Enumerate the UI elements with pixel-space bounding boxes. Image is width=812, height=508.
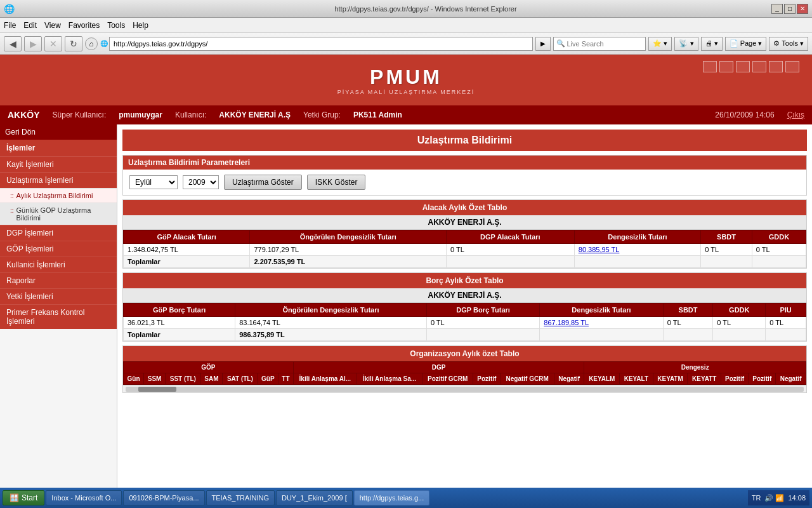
user-label: Kullanıcı: [175,110,206,119]
org-col-den-poz2: Pozitif [749,373,776,385]
sidebar-item-gop[interactable]: GÖP İşlemleri [0,241,117,257]
go-button[interactable]: ▶ [535,37,551,51]
org-col-keyalt: KEYALT [620,373,653,385]
menu-edit[interactable]: Edit [23,21,37,30]
menu-view[interactable]: View [44,21,61,30]
auth-value: PK511 Admin [353,110,402,119]
alacak-header: Alacak Aylık Özet Tablo [123,200,806,215]
params-header: Uzlaştırma Bildirimi Parametreleri [123,156,806,170]
borc-sbdt-val: 0 TL [663,317,713,329]
borc-total-label: Toplamlar [124,329,235,341]
table-row: 36.021,3 TL 83.164,74 TL 0 TL 867.189,85… [124,317,806,329]
feeds-btn[interactable]: 📡 ▾ [674,37,698,51]
print-btn[interactable]: 🖨 ▾ [701,37,723,51]
browser-toolbar: ◀ ▶ ✕ ↻ ⌂ 🌐 ▶ 🔍 ⭐ ▾ 📡 ▾ 🖨 ▾ 📄 Page ▾ ⚙ T… [0,33,812,55]
params-body: OcakŞubatMartNisan MayısHaziranTemmuzAğu… [123,170,806,195]
home-button[interactable]: ⌂ [85,37,98,50]
refresh-button[interactable]: ↻ [65,36,82,51]
window-title: http://dgpys.teias.gov.tr/dgpys/ - Windo… [80,5,771,13]
start-button[interactable]: 🪟 Start [3,490,44,493]
borc-dengesizlik-val[interactable]: 867.189,85 TL [540,317,663,329]
page-btn[interactable]: 📄 Page ▾ [725,37,767,51]
taskbar-item-2[interactable]: TEIAS_TRAINING [206,490,275,493]
auth-label: Yetki Grup: [303,110,341,119]
alacak-col-ongorulen: Öngörülen Dengesizlik Tutarı [250,231,447,244]
favorites-btn[interactable]: ⭐ ▾ [648,37,672,51]
org-col-negatif: Negatif [554,373,584,385]
month-select[interactable]: OcakŞubatMartNisan MayısHaziranTemmuzAğu… [129,175,178,189]
alacak-section: Alacak Aylık Özet Tablo AKKÖY ENERJİ A.Ş… [122,199,807,269]
taskbar: 🪟 Start Inbox - Microsoft O... 091026-BP… [0,488,812,493]
org-col-ikili-al: İkili Anlaşma Al... [293,373,357,385]
exit-link[interactable]: Çıkış [787,110,804,119]
sidebar-item-kullanici[interactable]: Kullanici İşlemleri [0,257,117,272]
station-label: AKKÖY [8,110,40,120]
user-bar: AKKÖY Süper Kullanıcı: pmumuygar Kullanı… [0,105,812,124]
menu-file[interactable]: File [4,21,16,30]
alacak-dengesizlik-val[interactable]: 80.385,95 TL [574,244,700,256]
sidebar-sub-aylik[interactable]: :: Aylık Uzlaştırma Bildirimi [0,188,117,203]
alacak-dgp-val: 0 TL [446,244,574,256]
maximize-button[interactable]: □ [784,4,796,14]
alacak-col-gddk: GDDK [752,231,806,244]
borc-dgp-val: 0 TL [426,317,539,329]
borc-total-row: Toplamlar 986.375,89 TL [124,329,806,341]
org-dengesizlik-group: Dengesiz [584,362,806,373]
header-decoration [703,61,799,72]
sidebar-item-yetki[interactable]: Yetki İşlemleri [0,288,117,304]
title-bar: 🌐 http://dgpys.teias.gov.tr/dgpys/ - Win… [0,0,812,18]
window-controls: _ □ ✕ [771,4,808,14]
org-col-sat: SAT (TL) [223,373,258,385]
close-button[interactable]: ✕ [797,4,808,14]
taskbar-item-3[interactable]: DUY_1_Ekim_2009 [ [276,490,353,493]
page-content: PMUM PİYASA MALİ UZLAŞTIRMA MERKEZİ AKKÖ… [0,55,812,493]
minimize-button[interactable]: _ [771,4,783,14]
menu-tools[interactable]: Tools [107,21,125,30]
org-header: Organizasyon Aylık özet Tablo [123,346,806,361]
org-table: GÖP DGP Dengesiz Gün SSM SST (TL) SAM SA… [123,361,806,385]
stop-button[interactable]: ✕ [44,36,62,51]
uzlastirma-goster-button[interactable]: Uzlaştırma Göster [224,175,302,190]
alacak-col-dengesizlik: Dengesizlik Tutarı [574,231,700,244]
super-user-value: pmumuygar [119,110,162,119]
alacak-total-label: Toplamlar [124,256,250,268]
sidebar-sub-gunluk[interactable]: :: Günlük GÖP Uzlaştırma Bildirimi [0,203,117,225]
sidebar-item-dgp[interactable]: DGP İşlemleri [0,225,117,241]
org-col-ikili-sa: İkili Anlaşma Sa... [357,373,422,385]
tools-btn[interactable]: ⚙ Tools ▾ [769,37,808,51]
borc-company: AKKÖY ENERJİ A.Ş. [123,288,806,303]
pmum-subtitle: PİYASA MALİ UZLAŞTIRMA MERKEZİ [337,89,475,95]
user-value: AKKÖY ENERJİ A.Ş [219,110,291,119]
address-bar[interactable] [109,37,533,51]
taskbar-item-4[interactable]: http://dgpys.teias.g... [354,490,430,493]
sidebar-section-islemler[interactable]: İşlemler [0,140,117,156]
org-col-gun: Gün [124,373,144,385]
sidebar: Geri Dön İşlemler Kayit İşlemleri Uzlaşt… [0,124,117,493]
search-input[interactable] [566,40,643,48]
sidebar-item-uzlastirma[interactable]: Uzlaştırma İşlemleri [0,172,117,188]
iskk-goster-button[interactable]: ISKK Göster [307,175,366,190]
taskbar-tray: TR 🔊 📶 14:08 [748,490,809,493]
org-col-keyatm: KEYATM [653,373,688,385]
borc-gop-val: 36.021,3 TL [124,317,235,329]
taskbar-item-1[interactable]: 091026-BPM-Piyasa... [123,490,204,493]
sidebar-item-raporlar[interactable]: Raporlar [0,272,117,288]
forward-button[interactable]: ▶ [24,36,42,51]
org-col-pozitif: Pozitif [473,373,501,385]
borc-header: Borç Aylık Özet Tablo [123,273,806,288]
sidebar-item-kayit[interactable]: Kayit İşlemleri [0,156,117,172]
alacak-gddk-val: 0 TL [752,244,806,256]
sidebar-back[interactable]: Geri Dön [0,124,117,140]
page-title: Uzlaştırma Bildirimi [122,130,807,151]
borc-piu-val: 0 TL [766,317,806,329]
year-select[interactable]: 20092010 [183,175,219,189]
super-user-label: Süper Kullanıcı: [53,110,107,119]
pmum-title: PMUM [337,65,475,89]
menu-favorites[interactable]: Favorites [69,21,100,30]
back-button[interactable]: ◀ [4,36,22,51]
org-gop-group: GÖP [124,362,294,373]
borc-col-dgp: DGP Borç Tutarı [426,304,539,317]
menu-help[interactable]: Help [133,21,148,30]
sidebar-item-primer[interactable]: Primer Frekans Kontrol İşlemleri [0,304,117,329]
taskbar-item-0[interactable]: Inbox - Microsoft O... [46,490,122,493]
